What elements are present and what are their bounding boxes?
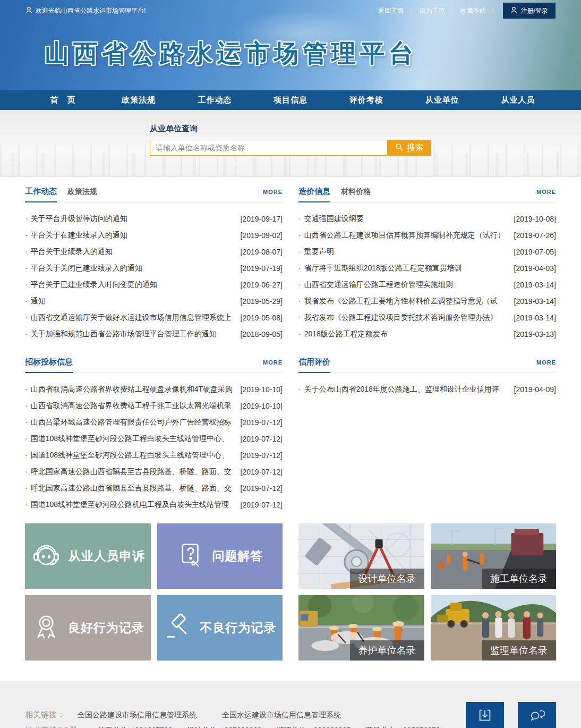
news-date: [2019-03-14]	[514, 297, 556, 306]
list-item[interactable]: 国道108线神堂堡至砂河段公路工程白坡头主线站管理中心、 [2019-07-12…	[25, 447, 283, 463]
news-title[interactable]: 平台关于业绩录入的通知	[25, 247, 237, 257]
topbar-links: 返回主页 设为主页 收藏本站 注册/登录	[374, 3, 556, 19]
qa-button[interactable]: 问题解答	[157, 523, 283, 589]
list-item[interactable]: 呼北国家高速公路山西省隰县至吉县段路基、桥隧、路面、交 [2019-07-12]	[25, 480, 283, 496]
list-item[interactable]: 关于公布山西省2018年度公路施工、监理和设计企业信用评 [2019-04-09…	[298, 381, 556, 397]
list-item[interactable]: 平台关于在建业绩录入的通知 [2019-09-02]	[25, 227, 283, 243]
nav-link[interactable]: 评价考核	[328, 90, 404, 110]
link-return-home[interactable]: 返回主页	[374, 6, 415, 15]
news-title[interactable]: 交通强国建设纲要	[298, 214, 511, 224]
bidding-news-list: 山西省取消高速公路省界收费站工程硬盘录像机和4T硬盘采购 [2019-10-10…	[25, 373, 283, 513]
news-title[interactable]: 国道108线神堂堡至砂河段公路机电工程及白坡头主线站管理	[25, 500, 237, 510]
news-title[interactable]: 关于平台升级暂停访问的通知	[25, 214, 237, 224]
nav-link[interactable]: 工作动态	[177, 90, 253, 110]
design-units-card[interactable]: 设计单位名录	[298, 523, 424, 589]
news-date: [2019-03-14]	[514, 281, 556, 289]
news-title[interactable]: 山西省取消高速公路省界收费站工程硬盘录像机和4T硬盘采购	[25, 385, 237, 394]
more-link-credit[interactable]: MORE	[536, 359, 556, 366]
news-title[interactable]: 通知	[25, 297, 237, 306]
photo-caption: 养护单位名录	[350, 640, 424, 661]
list-item[interactable]: 交通强国建设纲要 [2019-10-08]	[298, 210, 556, 227]
list-item[interactable]: 我省发布《公路工程主要地方性材料价差调整指导意见（试 [2019-03-14]	[298, 293, 556, 309]
topbar: 欢迎光临山西省公路水运市场管理平台! 返回主页 设为主页 收藏本站 注册/登录	[0, 0, 581, 21]
search-input[interactable]	[150, 140, 387, 156]
list-item[interactable]: 我省发布《公路工程建设项目委托技术咨询服务管理办法》 [2019-03-14]	[298, 309, 556, 326]
good-behavior-button[interactable]: 良好行为记录	[25, 595, 151, 661]
welcome-text: 欢迎光临山西省公路水运市场管理平台!	[25, 6, 146, 15]
bad-behavior-button[interactable]: 不良行为记录	[157, 595, 283, 661]
news-title[interactable]: 平台关于已建业绩录入时间变更的通知	[25, 280, 237, 290]
list-item[interactable]: 山西省取消高速公路省界收费站工程千兆工业以太网光端机采 [2019-10-10]	[25, 397, 283, 414]
link-bookmark[interactable]: 收藏本站	[457, 6, 498, 15]
tab-material-price[interactable]: 材料价格	[341, 187, 371, 197]
news-title[interactable]: 我省发布《公路工程主要地方性材料价差调整指导意见（试	[298, 297, 511, 306]
news-title[interactable]: 关于加强和规范山西省公路市场管理平台管理工作的通知	[25, 329, 237, 339]
photo-caption: 施工单位名录	[482, 569, 556, 589]
news-title[interactable]: 山西吕梁环城高速公路管理有限责任公司户外广告经营权招标	[25, 418, 237, 427]
nav-link[interactable]: 从业人员	[480, 90, 556, 110]
tab-credit[interactable]: 信用评价	[298, 357, 330, 367]
personnel-appeal-button[interactable]: 从业人员申诉	[25, 523, 151, 589]
news-title[interactable]: 2018版公路工程定额发布	[298, 329, 511, 339]
tab-cost-info[interactable]: 造价信息	[298, 187, 330, 197]
news-title[interactable]: 国道108线神堂堡至砂河段公路工程白坡头主线站管理中心、	[25, 451, 237, 460]
nav-link[interactable]: 政策法规	[101, 90, 177, 110]
nav-link[interactable]: 项目信息	[253, 90, 329, 110]
list-item[interactable]: 重要声明 [2019-07-05]	[298, 243, 556, 260]
link-national-highway-credit[interactable]: 全国公路建设市场信用信息管理系统	[78, 710, 196, 720]
maintenance-units-card[interactable]: 养护单位名录	[298, 595, 424, 661]
news-title[interactable]: 平台关于关闭已建业绩录入的通知	[25, 264, 237, 273]
list-item[interactable]: 山西吕梁环城高速公路管理有限责任公司户外广告经营权招标 [2019-07-12]	[25, 414, 283, 430]
news-title[interactable]: 重要声明	[298, 247, 511, 257]
news-title[interactable]: 国道108线神堂堡至砂河段公路工程白坡头主线站管理中心、	[25, 434, 237, 444]
list-item[interactable]: 2018版公路工程定额发布 [2019-03-13]	[298, 326, 556, 342]
search-button[interactable]: 搜索	[387, 140, 431, 156]
list-item[interactable]: 平台关于已建业绩录入时间变更的通知 [2019-06-27]	[25, 276, 283, 293]
download-zone-button[interactable]: 下载专区	[466, 702, 504, 728]
list-item[interactable]: 关于平台升级暂停访问的通知 [2019-09-17]	[25, 210, 283, 227]
nav-link[interactable]: 从业单位	[404, 90, 480, 110]
more-link-bidding[interactable]: MORE	[263, 359, 283, 366]
news-date: [2019-10-08]	[514, 215, 556, 223]
supervision-units-card[interactable]: 监理单位名录	[431, 595, 557, 661]
list-item[interactable]: 山西省交通运输厅关于做好水运建设市场信用信息管理系统上 [2019-05-08]	[25, 309, 283, 326]
link-national-waterway-credit[interactable]: 全国水运建设市场信用信息管理系统	[222, 710, 341, 720]
news-title[interactable]: 呼北国家高速公路山西省隰县至吉县段路基、桥隧、路面、交	[25, 467, 237, 477]
news-row-1: 工作动态 政策法规 MORE 关于平台升级暂停访问的通知 [2019-09-17…	[25, 187, 556, 342]
more-link-cost[interactable]: MORE	[536, 189, 556, 195]
contact-us-button[interactable]: 联系我们	[518, 702, 556, 728]
more-link-work[interactable]: MORE	[263, 189, 283, 195]
nav-item: 从业单位	[404, 90, 480, 110]
list-item[interactable]: 关于加强和规范山西省公路市场管理平台管理工作的通知 [2018-09-05]	[25, 326, 283, 342]
news-date: [2019-03-14]	[514, 314, 556, 322]
news-title[interactable]: 呼北国家高速公路山西省隰县至吉县段路基、桥隧、路面、交	[25, 484, 237, 493]
news-title[interactable]: 山西省公路工程建设项目估算概算预算编制补充规定（试行）	[298, 231, 511, 240]
list-item[interactable]: 国道108线神堂堡至砂河段公路工程白坡头主线站管理中心、 [2019-07-12…	[25, 430, 283, 447]
news-title[interactable]: 山西省交通运输厅关于做好水运建设市场信用信息管理系统上	[25, 313, 237, 323]
link-set-home[interactable]: 设为主页	[415, 6, 456, 15]
list-item[interactable]: 呼北国家高速公路山西省隰县至吉县段路基、桥隧、路面、交 [2019-07-12]	[25, 463, 283, 480]
nav-item: 工作动态	[177, 90, 253, 110]
news-title[interactable]: 山西省取消高速公路省界收费站工程千兆工业以太网光端机采	[25, 401, 237, 411]
cost-news-list: 交通强国建设纲要 [2019-10-08] 山西省公路工程建设项目估算概算预算编…	[298, 202, 556, 342]
tab-work-news[interactable]: 工作动态	[25, 187, 57, 197]
news-title[interactable]: 平台关于在建业绩录入的通知	[25, 231, 237, 240]
news-title[interactable]: 关于公布山西省2018年度公路施工、监理和设计企业信用评	[298, 385, 511, 394]
tab-policy[interactable]: 政策法规	[67, 187, 97, 197]
list-item[interactable]: 省厅将于近期组织2018版公路工程定额宣贯培训 [2019-04-03]	[298, 260, 556, 276]
news-title[interactable]: 我省发布《公路工程建设项目委托技术咨询服务管理办法》	[298, 313, 511, 323]
list-item[interactable]: 平台关于关闭已建业绩录入的通知 [2019-07-19]	[25, 260, 283, 276]
list-item[interactable]: 通知 [2019-05-29]	[25, 293, 283, 309]
news-row-2: 招标投标信息 MORE 山西省取消高速公路省界收费站工程硬盘录像机和4T硬盘采购…	[25, 357, 556, 513]
list-item[interactable]: 山西省取消高速公路省界收费站工程硬盘录像机和4T硬盘采购 [2019-10-10…	[25, 381, 283, 397]
nav-link[interactable]: 首 页	[25, 90, 101, 110]
tab-bidding[interactable]: 招标投标信息	[25, 357, 73, 367]
list-item[interactable]: 国道108线神堂堡至砂河段公路机电工程及白坡头主线站管理 [2019-07-12…	[25, 496, 283, 513]
list-item[interactable]: 山西省公路工程建设项目估算概算预算编制补充规定（试行） [2019-07-26]	[298, 227, 556, 243]
list-item[interactable]: 山西省交通运输厅公路工程造价管理实施细则 [2019-03-14]	[298, 276, 556, 293]
construction-units-card[interactable]: 施工单位名录	[431, 523, 557, 589]
register-login-button[interactable]: 注册/登录	[503, 3, 556, 19]
news-title[interactable]: 省厅将于近期组织2018版公路工程定额宣贯培训	[298, 264, 511, 273]
news-title[interactable]: 山西省交通运输厅公路工程造价管理实施细则	[298, 280, 511, 290]
list-item[interactable]: 平台关于业绩录入的通知 [2019-08-07]	[25, 243, 283, 260]
